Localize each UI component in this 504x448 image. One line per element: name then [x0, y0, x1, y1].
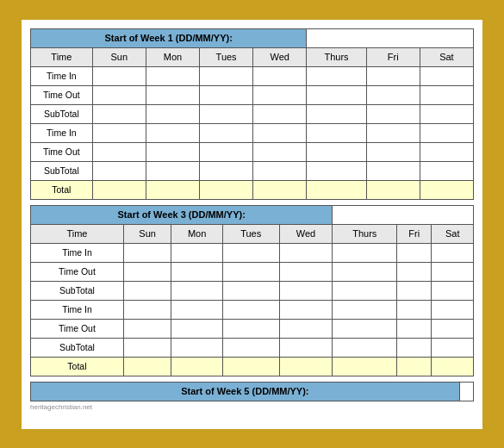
cell-input[interactable]	[432, 300, 474, 319]
cell-input[interactable]	[307, 104, 366, 123]
total-cell[interactable]	[171, 357, 223, 376]
cell-input[interactable]	[146, 85, 199, 104]
total-cell[interactable]	[123, 357, 171, 376]
cell-input[interactable]	[279, 319, 333, 338]
cell-input[interactable]	[146, 142, 199, 161]
cell-input[interactable]	[123, 262, 171, 281]
total-cell[interactable]	[307, 180, 366, 199]
cell-input[interactable]	[253, 104, 307, 123]
cell-input[interactable]	[123, 300, 171, 319]
cell-input[interactable]	[171, 338, 223, 357]
cell-input[interactable]	[366, 123, 420, 142]
cell-input[interactable]	[146, 123, 199, 142]
cell-input[interactable]	[366, 66, 420, 85]
cell-input[interactable]	[123, 243, 171, 262]
cell-input[interactable]	[146, 66, 199, 85]
cell-input[interactable]	[432, 319, 474, 338]
total-cell[interactable]	[397, 357, 432, 376]
cell-input[interactable]	[432, 262, 474, 281]
total-cell[interactable]	[200, 180, 253, 199]
cell-input[interactable]	[397, 319, 432, 338]
cell-input[interactable]	[420, 85, 473, 104]
cell-input[interactable]	[171, 262, 223, 281]
cell-input[interactable]	[171, 243, 223, 262]
cell-input[interactable]	[279, 338, 333, 357]
cell-input[interactable]	[92, 85, 146, 104]
cell-input[interactable]	[333, 338, 397, 357]
row-label: Time Out	[31, 319, 124, 338]
cell-input[interactable]	[123, 281, 171, 300]
cell-input[interactable]	[397, 300, 432, 319]
cell-input[interactable]	[146, 161, 199, 180]
cell-input[interactable]	[397, 338, 432, 357]
cell-input[interactable]	[200, 85, 253, 104]
total-cell[interactable]	[222, 357, 279, 376]
cell-input[interactable]	[253, 161, 307, 180]
cell-input[interactable]	[200, 161, 253, 180]
cell-input[interactable]	[366, 142, 420, 161]
total-cell[interactable]	[253, 180, 307, 199]
total-cell[interactable]	[420, 180, 473, 199]
cell-input[interactable]	[333, 243, 397, 262]
cell-input[interactable]	[171, 281, 223, 300]
cell-input[interactable]	[200, 142, 253, 161]
cell-input[interactable]	[92, 123, 146, 142]
cell-input[interactable]	[397, 262, 432, 281]
cell-input[interactable]	[200, 104, 253, 123]
total-cell[interactable]	[432, 357, 474, 376]
cell-input[interactable]	[123, 319, 171, 338]
cell-input[interactable]	[307, 66, 366, 85]
cell-input[interactable]	[333, 300, 397, 319]
cell-input[interactable]	[123, 338, 171, 357]
cell-input[interactable]	[307, 123, 366, 142]
cell-input[interactable]	[333, 262, 397, 281]
cell-input[interactable]	[279, 300, 333, 319]
cell-input[interactable]	[420, 66, 473, 85]
cell-input[interactable]	[333, 319, 397, 338]
cell-input[interactable]	[420, 142, 473, 161]
cell-input[interactable]	[279, 243, 333, 262]
cell-input[interactable]	[253, 123, 307, 142]
cell-input[interactable]	[366, 104, 420, 123]
cell-input[interactable]	[222, 243, 279, 262]
cell-input[interactable]	[397, 281, 432, 300]
cell-input[interactable]	[333, 281, 397, 300]
cell-input[interactable]	[432, 243, 474, 262]
table-row: Time In	[31, 123, 474, 142]
cell-input[interactable]	[307, 161, 366, 180]
cell-input[interactable]	[307, 142, 366, 161]
cell-input[interactable]	[200, 123, 253, 142]
cell-input[interactable]	[397, 243, 432, 262]
cell-input[interactable]	[279, 281, 333, 300]
cell-input[interactable]	[222, 319, 279, 338]
cell-input[interactable]	[432, 281, 474, 300]
cell-input[interactable]	[146, 104, 199, 123]
cell-input[interactable]	[366, 85, 420, 104]
cell-input[interactable]	[420, 123, 473, 142]
cell-input[interactable]	[222, 262, 279, 281]
cell-input[interactable]	[432, 338, 474, 357]
cell-input[interactable]	[222, 281, 279, 300]
cell-input[interactable]	[279, 262, 333, 281]
cell-input[interactable]	[253, 66, 307, 85]
cell-input[interactable]	[420, 161, 473, 180]
cell-input[interactable]	[366, 161, 420, 180]
cell-input[interactable]	[222, 338, 279, 357]
total-cell[interactable]	[279, 357, 333, 376]
cell-input[interactable]	[307, 85, 366, 104]
cell-input[interactable]	[200, 66, 253, 85]
total-cell[interactable]	[366, 180, 420, 199]
cell-input[interactable]	[92, 66, 146, 85]
cell-input[interactable]	[253, 85, 307, 104]
total-cell[interactable]	[333, 357, 397, 376]
cell-input[interactable]	[171, 319, 223, 338]
total-cell[interactable]	[92, 180, 146, 199]
total-cell[interactable]	[146, 180, 199, 199]
cell-input[interactable]	[420, 104, 473, 123]
cell-input[interactable]	[253, 142, 307, 161]
cell-input[interactable]	[222, 300, 279, 319]
cell-input[interactable]	[171, 300, 223, 319]
cell-input[interactable]	[92, 104, 146, 123]
cell-input[interactable]	[92, 142, 146, 161]
cell-input[interactable]	[92, 161, 146, 180]
